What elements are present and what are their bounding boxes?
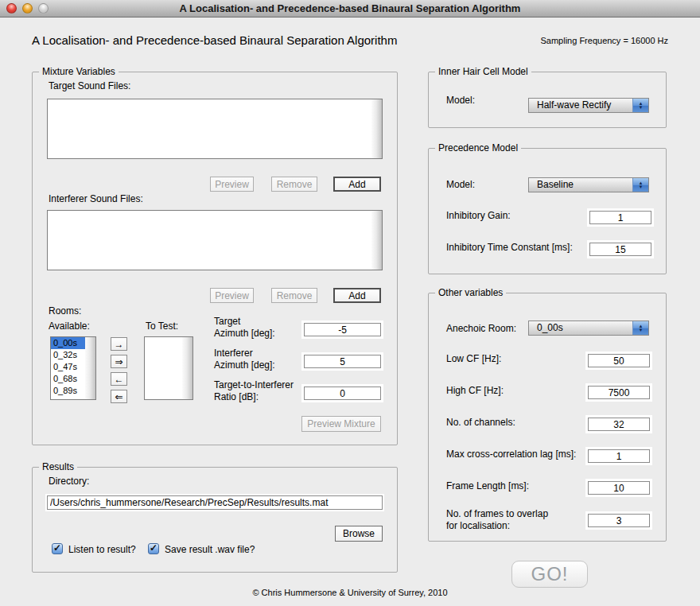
- precedence-model-label: Model:: [446, 179, 475, 191]
- precedence-model-value: Baseline: [529, 178, 632, 192]
- mixture-variables-panel: Mixture Variables Target Sound Files: Pr…: [32, 72, 398, 445]
- inhibitory-tc-label: Inhibitory Time Constant [ms]:: [446, 242, 573, 254]
- anechoic-room-label: Anechoic Room:: [446, 323, 516, 335]
- inhibitory-gain-label: Inhibitory Gain:: [446, 210, 511, 222]
- target-azimuth-label: Target Azimuth [deg]:: [214, 316, 275, 340]
- dropdown-stepper-icon: ▲▼: [632, 321, 648, 335]
- preview-interferer-button[interactable]: Preview: [210, 288, 254, 303]
- ihc-legend: Inner Hair Cell Model: [435, 66, 531, 77]
- remove-target-button[interactable]: Remove: [271, 177, 317, 192]
- mixture-variables-legend: Mixture Variables: [39, 66, 119, 77]
- move-all-right-button[interactable]: ⇒: [111, 355, 127, 368]
- sampling-frequency-label: Sampling Frequency = 16000 Hz: [540, 36, 668, 45]
- low-cf-label: Low CF [Hz]:: [446, 353, 501, 365]
- dropdown-stepper-icon: ▲▼: [632, 178, 648, 192]
- scrollbar[interactable]: [182, 337, 192, 399]
- listen-checkbox[interactable]: ✓: [52, 543, 63, 554]
- frame-length-input[interactable]: [588, 481, 650, 495]
- overlap-label: No. of frames to overlap for localisatio…: [446, 508, 548, 532]
- move-all-left-button[interactable]: ⇐: [111, 390, 127, 403]
- move-left-button[interactable]: ←: [111, 372, 127, 386]
- directory-label: Directory:: [49, 476, 89, 488]
- target-azimuth-input[interactable]: [304, 323, 381, 336]
- available-rooms-listbox[interactable]: 0_00s0_32s0_47s0_68s0_89s: [50, 336, 96, 400]
- add-interferer-button[interactable]: Add: [333, 288, 381, 303]
- scrollbar[interactable]: [371, 211, 382, 270]
- overlap-input[interactable]: [588, 514, 650, 527]
- minimize-icon[interactable]: [22, 3, 33, 14]
- checkmark-icon: ✓: [53, 542, 61, 554]
- precedence-model-dropdown[interactable]: Baseline ▲▼: [528, 177, 649, 192]
- anechoic-room-value: 0_00s: [529, 321, 632, 335]
- interferer-files-label: Interferer Sound Files:: [49, 193, 143, 205]
- high-cf-input[interactable]: [588, 386, 650, 399]
- scrollbar[interactable]: [371, 99, 382, 158]
- ihc-model-value: Half-wave Rectify: [529, 99, 632, 112]
- checkmark-icon: ✓: [150, 542, 158, 554]
- inhibitory-tc-input[interactable]: [589, 243, 651, 256]
- interferer-files-listbox[interactable]: [47, 210, 383, 270]
- window-title: A Localisation- and Precedence-based Bin…: [0, 0, 700, 17]
- window-titlebar[interactable]: A Localisation- and Precedence-based Bin…: [0, 0, 700, 17]
- browse-button[interactable]: Browse: [335, 526, 383, 542]
- to-test-label: To Test:: [146, 320, 178, 332]
- zoom-icon[interactable]: [38, 3, 49, 14]
- target-files-label: Target Sound Files:: [49, 80, 130, 92]
- to-test-rooms-listbox[interactable]: [144, 336, 193, 400]
- max-lag-label: Max cross-correlation lag [ms]:: [446, 449, 576, 460]
- move-right-button[interactable]: →: [111, 337, 127, 351]
- precedence-legend: Precedence Model: [435, 142, 521, 153]
- go-button[interactable]: GO!: [511, 561, 588, 588]
- inhibitory-gain-input[interactable]: [589, 211, 651, 224]
- preview-target-button[interactable]: Preview: [210, 177, 254, 192]
- low-cf-input[interactable]: [588, 354, 650, 367]
- ihc-panel: Inner Hair Cell Model Model: Half-wave R…: [428, 72, 667, 128]
- footer-copyright: © Chris Hummersone & University of Surre…: [0, 588, 700, 597]
- results-legend: Results: [39, 461, 77, 472]
- ihc-model-label: Model:: [446, 95, 475, 107]
- app-window: A Localisation- and Precedence-based Bin…: [0, 0, 700, 606]
- channels-input[interactable]: [588, 418, 650, 431]
- save-wav-checkbox-label: Save result .wav file?: [165, 544, 255, 555]
- scrollbar[interactable]: [85, 337, 95, 399]
- available-rooms-label: Available:: [49, 320, 90, 332]
- save-wav-checkbox[interactable]: ✓: [148, 543, 159, 554]
- target-files-listbox[interactable]: [47, 99, 383, 159]
- preview-mixture-button[interactable]: Preview Mixture: [301, 416, 381, 432]
- frame-length-label: Frame Length [ms]:: [446, 480, 529, 492]
- close-icon[interactable]: [6, 3, 17, 14]
- interferer-azimuth-input[interactable]: [304, 355, 381, 368]
- rooms-label: Rooms:: [49, 305, 81, 317]
- tir-input[interactable]: [304, 387, 381, 400]
- page-title: A Localisation- and Precedence-based Bin…: [32, 33, 397, 47]
- tir-label: Target-to-Interferer Ratio [dB]:: [214, 379, 294, 403]
- channels-label: No. of channels:: [446, 417, 515, 429]
- listen-checkbox-label: Listen to result?: [68, 544, 136, 555]
- high-cf-label: High CF [Hz]:: [446, 385, 504, 397]
- directory-input[interactable]: [47, 495, 383, 510]
- anechoic-room-dropdown[interactable]: 0_00s ▲▼: [528, 320, 649, 336]
- traffic-lights: [6, 3, 49, 14]
- max-lag-input[interactable]: [588, 449, 650, 463]
- ihc-model-dropdown[interactable]: Half-wave Rectify ▲▼: [528, 98, 649, 113]
- add-target-button[interactable]: Add: [333, 177, 381, 192]
- results-panel: Results Directory: Browse ✓ Listen to re…: [32, 467, 398, 573]
- interferer-azimuth-label: Interferer Azimuth [deg]:: [214, 348, 275, 371]
- dropdown-stepper-icon: ▲▼: [632, 99, 648, 112]
- remove-interferer-button[interactable]: Remove: [271, 288, 317, 303]
- other-variables-panel: Other variables Anechoic Room: 0_00s ▲▼ …: [428, 293, 667, 542]
- other-variables-legend: Other variables: [435, 287, 506, 298]
- precedence-panel: Precedence Model Model: Baseline ▲▼ Inhi…: [428, 148, 667, 274]
